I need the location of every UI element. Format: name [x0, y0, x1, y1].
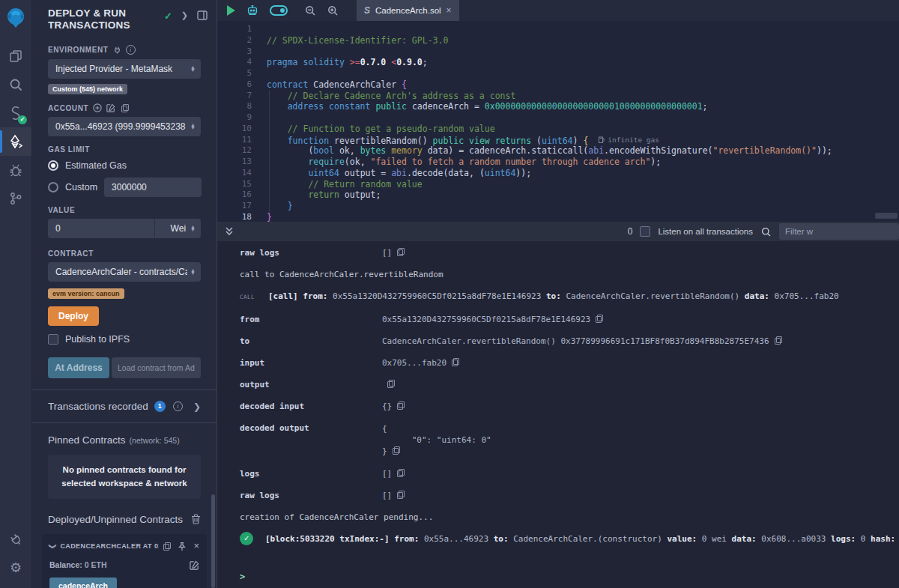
edit-account-icon[interactable] — [106, 103, 115, 112]
gas-limit-label: GAS LIMIT — [48, 145, 90, 154]
terminal-prompt[interactable]: > — [240, 572, 899, 582]
copy-icon[interactable] — [387, 380, 395, 388]
deploy-button[interactable]: Deploy — [48, 306, 99, 326]
edit-balance-icon[interactable] — [190, 560, 199, 570]
code-lines: 12// SPDX-License-Identifier: GPL-3.034p… — [217, 24, 899, 222]
copy-account-icon[interactable] — [121, 104, 129, 112]
environment-select[interactable]: Injected Provider - MetaMask ▲▼ — [48, 59, 201, 79]
plugin-manager-icon[interactable] — [0, 525, 31, 554]
transactions-chevron-icon[interactable]: ❯ — [193, 401, 201, 412]
custom-gas-input[interactable] — [104, 178, 202, 197]
popout-panel-icon[interactable] — [197, 10, 208, 20]
indent-guide — [269, 91, 270, 212]
solidity-compiler-icon[interactable]: ✓ — [0, 99, 31, 127]
remix-logo-icon[interactable] — [4, 6, 27, 28]
remove-contract-icon[interactable]: × — [193, 542, 199, 550]
transactions-recorded-row[interactable]: Transactions recorded 1 i ❯ — [32, 390, 217, 422]
copy-icon[interactable] — [397, 401, 405, 410]
code-line: 11 function revertibleRandom() public vi… — [217, 135, 899, 146]
env-info-icon[interactable]: i — [126, 45, 136, 55]
deploy-run-panel: DEPLOY & RUN TRANSACTIONS ✓ ❯ ENVIRONMEN… — [31, 0, 217, 588]
contract-select[interactable]: CadenceArchCaler - contracts/Cac ▲▼ — [48, 262, 201, 282]
code-line: 5 — [217, 68, 899, 79]
terminal-entry: output — [240, 380, 899, 390]
contract-function-button[interactable]: cadenceArch — [49, 578, 117, 588]
terminal-filter-input[interactable] — [779, 223, 899, 240]
code-line: 2// SPDX-License-Identifier: GPL-3.0 — [217, 35, 899, 46]
value-input[interactable] — [48, 219, 154, 238]
copy-icon[interactable] — [397, 469, 405, 477]
expand-terminal-chevrons-icon[interactable] — [225, 226, 234, 237]
search-icon[interactable] — [0, 70, 31, 99]
copy-icon[interactable] — [596, 315, 603, 323]
terminal-entry: input0x705...fab20 — [240, 358, 899, 368]
deployed-contracts-title: Deployed/Unpinned Contracts — [48, 514, 183, 525]
transactions-info-icon[interactable]: i — [173, 401, 183, 411]
publish-ipfs-checkbox[interactable] — [48, 334, 58, 345]
env-ok-check-icon: ✓ — [164, 10, 172, 22]
pending-tx-count: 0 — [628, 226, 633, 237]
deploy-run-icon[interactable] — [0, 127, 31, 156]
copy-address-icon[interactable] — [163, 542, 171, 551]
add-account-icon[interactable] — [93, 103, 102, 112]
terminal-entry: decoded output{ "0": "uint64: 0"} — [240, 423, 899, 457]
pinned-contracts-title: Pinned Contracts — [48, 434, 126, 446]
collapse-chevron-icon[interactable]: ❯ — [49, 543, 57, 549]
balance-text: Balance: 0 ETH — [49, 560, 106, 569]
git-branch-icon[interactable] — [0, 184, 31, 213]
terminal-search-icon[interactable] — [760, 226, 772, 237]
forward-chevron-icon[interactable]: ❯ — [181, 10, 188, 20]
value-unit-select[interactable]: Wei ▲▼ — [154, 219, 201, 238]
main-area: S CadenceArch.sol × 12// SPDX-License-Id… — [217, 0, 899, 588]
account-select[interactable]: 0x55a...46923 (999.9999453238 ▲▼ — [48, 117, 201, 136]
environment-label: ENVIRONMENT — [48, 46, 109, 54]
estimated-gas-radio[interactable] — [48, 160, 58, 171]
at-address-button[interactable]: At Address — [48, 357, 109, 378]
run-script-icon[interactable] — [227, 5, 235, 16]
env-plug-icon[interactable] — [113, 46, 121, 54]
file-explorer-icon[interactable] — [0, 42, 31, 70]
zoom-out-icon[interactable] — [304, 4, 316, 16]
ai-assistant-robot-icon[interactable] — [246, 4, 259, 17]
clear-contracts-trash-icon[interactable] — [191, 514, 201, 524]
custom-gas-radio[interactable] — [48, 182, 58, 193]
estimated-gas-option[interactable]: Estimated Gas — [48, 160, 201, 171]
copy-icon[interactable] — [452, 358, 459, 366]
code-line: 15 // Return random value — [217, 179, 899, 190]
code-line: 9 — [217, 112, 899, 124]
close-tab-icon[interactable]: × — [447, 5, 452, 16]
panel-scrollbar[interactable] — [211, 494, 215, 588]
code-line: 10 // Function to get a pseudo-random va… — [217, 124, 899, 135]
code-editor[interactable]: 12// SPDX-License-Identifier: GPL-3.034p… — [217, 21, 899, 222]
panel-title: DEPLOY & RUN TRANSACTIONS — [48, 7, 149, 31]
copilot-toggle[interactable] — [270, 5, 288, 16]
code-line: 18} — [217, 212, 899, 222]
at-address-input[interactable] — [112, 357, 201, 378]
tx-success-check-icon: ✓ — [240, 532, 253, 545]
contract-label: CONTRACT — [48, 249, 94, 258]
select-stepper-icon: ▲▼ — [190, 66, 196, 72]
code-line: 8 address constant public cadenceArch = … — [217, 101, 899, 112]
transactions-count-badge: 1 — [154, 401, 166, 412]
copy-icon[interactable] — [775, 336, 782, 345]
copy-icon[interactable] — [393, 446, 400, 455]
compile-success-badge: ✓ — [18, 115, 27, 124]
code-line: 4pragma solidity >=0.7.0 <0.9.0; — [217, 57, 899, 68]
editor-scrollbar[interactable] — [875, 213, 898, 219]
terminal[interactable]: raw logs[]call to CadenceArchCaler.rever… — [217, 241, 899, 588]
pinned-empty-message: No pinned contracts found for selected w… — [48, 455, 201, 499]
code-line: 14 uint64 output = abi.decode(data, (uin… — [217, 168, 899, 179]
copy-icon[interactable] — [397, 491, 405, 499]
settings-gear-icon[interactable]: ⚙ — [0, 554, 31, 582]
tab-cadencearch-sol[interactable]: S CadenceArch.sol × — [357, 0, 459, 21]
terminal-entry: from0x55a1320D432759960C5Df0215a8dF78e1E… — [240, 315, 899, 324]
terminal-entry: call to CadenceArchCaler.revertibleRando… — [240, 270, 899, 279]
listen-transactions-checkbox[interactable] — [640, 226, 650, 237]
zoom-in-icon[interactable] — [327, 4, 339, 16]
copy-icon[interactable] — [397, 248, 405, 256]
debugger-icon[interactable] — [0, 156, 31, 184]
pin-contract-icon[interactable] — [178, 542, 187, 551]
publish-ipfs-option: Publish to IPFS — [48, 334, 201, 345]
code-line: 16 return output; — [217, 190, 899, 201]
custom-gas-option: Custom — [48, 178, 201, 197]
